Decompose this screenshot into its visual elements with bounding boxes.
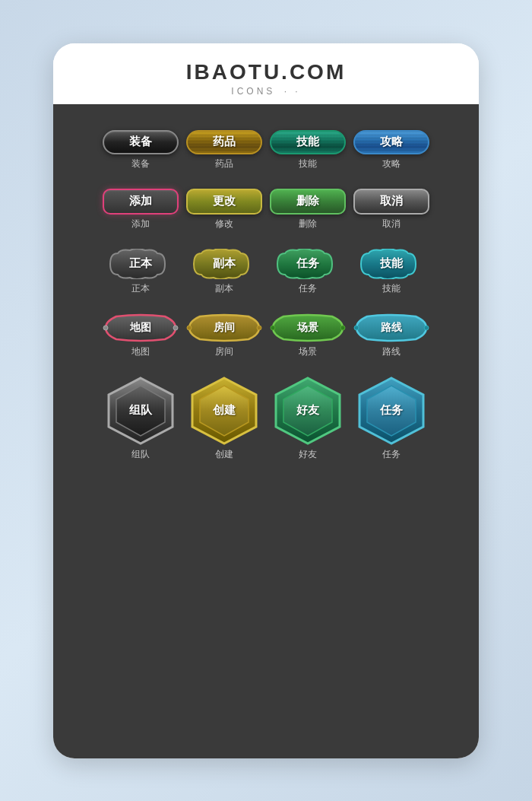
btn-add[interactable]: 添加 <box>103 189 179 215</box>
btn-scene[interactable]: 场景 <box>270 313 346 342</box>
site-title: IBAOTU.COM <box>53 60 479 84</box>
svg-point-6 <box>354 326 359 330</box>
row1-section: 装备 药品 技能 攻略 装备 药品 技能 攻略 <box>65 130 467 172</box>
lbl-friend: 好友 <box>270 448 346 461</box>
row3-labels: 正本 副本 任务 技能 <box>65 282 467 295</box>
btn-skill1[interactable]: 技能 <box>270 130 346 154</box>
lbl-task2: 任务 <box>353 448 429 461</box>
icon-panel: 装备 药品 技能 攻略 装备 药品 技能 攻略 添加 更改 删除 取消 添加 <box>53 104 479 758</box>
row1-buttons: 装备 药品 技能 攻略 <box>65 130 467 154</box>
row5-labels: 组队 创建 好友 任务 <box>65 448 467 461</box>
btn-delete[interactable]: 删除 <box>270 189 346 215</box>
lbl-add: 添加 <box>103 218 179 230</box>
btn-task1[interactable]: 任务 <box>270 249 346 279</box>
svg-point-1 <box>173 326 178 330</box>
row2-section: 添加 更改 删除 取消 添加 修改 删除 取消 <box>65 189 467 232</box>
row1-labels: 装备 药品 技能 攻略 <box>65 157 467 170</box>
lbl-team: 组队 <box>103 448 179 461</box>
lbl-task1: 任务 <box>270 282 346 295</box>
row3-section: 正本 副本 <box>65 249 467 297</box>
btn-equipment[interactable]: 装备 <box>103 130 179 154</box>
svg-point-2 <box>187 326 192 330</box>
lbl-scene: 场景 <box>270 345 346 358</box>
lbl-room: 房间 <box>186 345 262 358</box>
svg-point-7 <box>424 326 429 330</box>
row2-buttons: 添加 更改 删除 取消 <box>65 189 467 215</box>
row3-buttons: 正本 副本 <box>65 249 467 279</box>
btn-copy[interactable]: 副本 <box>186 249 262 279</box>
btn-strategy[interactable]: 攻略 <box>353 130 429 154</box>
btn-team[interactable]: 组队 <box>103 377 179 445</box>
row5-section: 组队 <box>65 377 467 462</box>
lbl-route: 路线 <box>353 345 429 358</box>
lbl-skill1: 技能 <box>270 157 346 170</box>
lbl-delete: 删除 <box>270 218 346 230</box>
btn-friend[interactable]: 好友 <box>270 377 346 445</box>
btn-medicine[interactable]: 药品 <box>186 130 262 154</box>
lbl-equipment: 装备 <box>103 157 179 170</box>
btn-task2[interactable]: 任务 <box>353 377 429 445</box>
lbl-skill2: 技能 <box>353 282 429 295</box>
btn-room[interactable]: 房间 <box>186 313 262 342</box>
btn-change[interactable]: 更改 <box>186 189 262 215</box>
lbl-map: 地图 <box>103 345 179 358</box>
svg-point-3 <box>257 326 261 330</box>
btn-skill2[interactable]: 技能 <box>353 249 429 279</box>
lbl-change: 修改 <box>186 218 262 230</box>
btn-create[interactable]: 创建 <box>186 377 262 445</box>
lbl-original: 正本 <box>103 282 179 295</box>
lbl-medicine: 药品 <box>186 157 262 170</box>
row4-buttons: 地图 房间 <box>65 313 467 342</box>
site-subtitle: ICONS · · <box>53 86 479 97</box>
row2-labels: 添加 修改 删除 取消 <box>65 218 467 230</box>
row5-buttons: 组队 <box>65 377 467 445</box>
row4-labels: 地图 房间 场景 路线 <box>65 345 467 358</box>
lbl-create: 创建 <box>186 448 262 461</box>
btn-route[interactable]: 路线 <box>353 313 429 342</box>
lbl-strategy: 攻略 <box>353 157 429 170</box>
svg-point-4 <box>271 326 275 330</box>
btn-map[interactable]: 地图 <box>103 313 179 342</box>
row4-section: 地图 房间 <box>65 313 467 360</box>
btn-original[interactable]: 正本 <box>103 249 179 279</box>
card-header: IBAOTU.COM ICONS · · <box>53 43 479 104</box>
btn-cancel[interactable]: 取消 <box>353 189 429 215</box>
lbl-cancel: 取消 <box>353 218 429 230</box>
main-card: IBAOTU.COM ICONS · · 装备 药品 技能 攻略 装备 药品 技… <box>53 43 479 758</box>
svg-point-5 <box>340 326 345 330</box>
lbl-copy: 副本 <box>186 282 262 295</box>
svg-point-0 <box>103 326 108 330</box>
